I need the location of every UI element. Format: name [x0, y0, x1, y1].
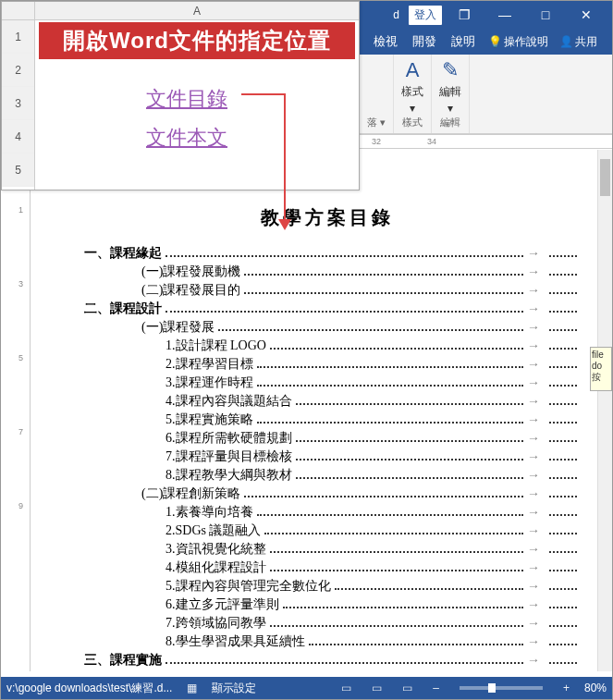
toc-entry[interactable]: 1.設計課程 LOGO→	[77, 338, 577, 354]
toc-entry[interactable]: 1.素養導向培養→	[77, 504, 577, 521]
lightbulb-icon: 💡	[488, 35, 502, 48]
toc-entry[interactable]: 6.課程所需軟硬體規劃→	[77, 430, 577, 447]
toc-leader-dots	[549, 292, 577, 294]
excel-select-all-corner[interactable]	[2, 2, 35, 19]
toc-entry-text: 二、課程設計	[84, 301, 162, 317]
status-file-path: v:\google downloads\test\練習.d...	[6, 681, 172, 696]
table-of-contents: 一、課程緣起→(一)課程發展動機→(二)課程發展目的→二、課程設計→(一)課程發…	[67, 245, 586, 671]
tell-me-button[interactable]: 💡 操作說明	[483, 31, 554, 54]
toc-entry[interactable]: 5.課程實施策略→	[77, 411, 577, 428]
tab-arrow-icon: →	[527, 431, 540, 446]
view-print-layout-icon[interactable]: ▭	[366, 682, 387, 694]
editing-icon: ✎	[442, 58, 459, 82]
annotation-arrow	[241, 93, 286, 95]
toc-leader-dots	[218, 329, 523, 331]
share-button[interactable]: 👤 共用	[554, 31, 603, 54]
toc-entry[interactable]: 4.課程內容與議題結合→	[77, 393, 577, 410]
toc-entry[interactable]: (一)課程發展動機→	[77, 264, 577, 280]
toc-leader-dots	[166, 255, 523, 257]
zoom-level[interactable]: 80%	[584, 682, 607, 694]
zoom-in-button[interactable]: +	[558, 682, 575, 694]
link-document-body[interactable]: 文件本文	[146, 124, 227, 152]
toc-entry[interactable]: 5.課程內容與管理完全數位化→	[77, 578, 577, 595]
toc-entry[interactable]: (二)課程發展目的→	[77, 282, 577, 299]
tab-arrow-icon: →	[527, 597, 540, 612]
toc-entry[interactable]: (二)課程創新策略→	[77, 485, 577, 502]
tab-arrow-icon: →	[527, 449, 540, 464]
tab-arrow-icon: →	[527, 579, 540, 594]
excel-row-header[interactable]: 2	[2, 54, 34, 87]
ribbon-group-styles[interactable]: A 樣式 ▾ 樣式	[394, 55, 432, 133]
toc-entry-text: 5.課程內容與管理完全數位化	[166, 578, 331, 595]
toc-entry[interactable]: 3.資訊視覺化統整→	[77, 541, 577, 558]
toc-leader-dots	[335, 588, 524, 590]
zoom-slider[interactable]	[460, 686, 543, 690]
toc-entry[interactable]: (一)課程概要→	[77, 670, 577, 671]
excel-row-header[interactable]: 5	[2, 154, 34, 187]
excel-row-header[interactable]: 4	[2, 120, 34, 154]
toc-leader-dots	[549, 348, 577, 350]
status-bar: v:\google downloads\test\練習.d... ▦ 顯示設定 …	[1, 677, 612, 699]
document-area[interactable]: 教學方案目錄 一、課程緣起→(一)課程發展動機→(二)課程發展目的→二、課程設計…	[67, 150, 586, 671]
window-restore-icon[interactable]: ❐	[446, 7, 483, 22]
tab-help[interactable]: 說明	[444, 30, 483, 54]
toc-entry[interactable]: 8.課程教學大綱與教材→	[77, 467, 577, 484]
group-editing-caption: 編輯	[439, 116, 461, 129]
toc-leader-dots	[270, 570, 524, 571]
tab-arrow-icon: →	[527, 542, 540, 557]
chevron-down-icon[interactable]: ▾	[380, 117, 386, 128]
toc-leader-dots	[549, 366, 577, 368]
view-read-mode-icon[interactable]: ▭	[336, 682, 357, 694]
toc-entry-text: 4.模組化課程設計	[166, 559, 266, 576]
styles-label: 樣式	[401, 84, 423, 100]
toc-entry[interactable]: 2.課程學習目標→	[77, 356, 577, 373]
vertical-ruler[interactable]: 13579	[12, 150, 31, 671]
document-title: 教學方案目錄	[67, 205, 586, 230]
toc-entry[interactable]: 6.建立多元評量準則→	[77, 596, 577, 613]
tab-arrow-icon: →	[527, 357, 540, 372]
scrollbar-thumb[interactable]	[600, 159, 610, 196]
window-maximize-icon[interactable]: □	[527, 7, 564, 22]
login-button[interactable]: 登入	[409, 6, 442, 25]
toc-entry[interactable]: 3.課程運作時程→	[77, 375, 577, 391]
excel-row-header[interactable]: 1	[2, 20, 34, 54]
excel-row-headers: 12345	[2, 20, 35, 190]
excel-row-header[interactable]: 3	[2, 87, 34, 120]
toc-leader-dots	[549, 329, 577, 331]
toc-entry-text: 7.課程評量與目標檢核	[166, 448, 292, 465]
toc-entry[interactable]: 三、課程實施→	[77, 652, 577, 669]
toc-entry[interactable]: 4.模組化課程設計→	[77, 559, 577, 576]
tab-arrow-icon: →	[527, 468, 540, 483]
toc-entry[interactable]: 二、課程設計→	[77, 301, 577, 317]
display-settings-label[interactable]: 顯示設定	[212, 681, 256, 696]
excel-overlay-panel: A 12345 開啟Word文件的指定位置 文件目錄 文件本文	[1, 1, 360, 190]
tab-arrow-icon: →	[527, 523, 540, 538]
link-document-toc[interactable]: 文件目錄	[146, 85, 227, 113]
toc-leader-dots	[549, 551, 577, 553]
toc-entry[interactable]: 2.SDGs 議題融入→	[77, 522, 577, 539]
ribbon-group-editing[interactable]: ✎ 編輯 ▾ 編輯	[432, 55, 470, 133]
zoom-out-button[interactable]: –	[427, 682, 445, 694]
display-settings-icon[interactable]: ▦	[181, 682, 202, 694]
vertical-scrollbar[interactable]	[597, 150, 612, 671]
toc-entry[interactable]: 7.跨領域協同教學→	[77, 615, 577, 632]
ruler-mark: 32	[367, 137, 386, 146]
toc-leader-dots	[549, 403, 577, 405]
excel-column-A[interactable]: A	[35, 2, 359, 19]
toc-entry[interactable]: 7.課程評量與目標檢核→	[77, 448, 577, 465]
toc-leader-dots	[166, 311, 523, 313]
toc-entry-text: (二)課程發展目的	[141, 282, 240, 299]
ruler-mark: 3	[12, 279, 30, 289]
window-minimize-icon[interactable]: —	[486, 7, 523, 22]
toc-entry[interactable]: 一、課程緣起→	[77, 245, 577, 262]
view-web-layout-icon[interactable]: ▭	[397, 682, 418, 694]
tab-view[interactable]: 檢視	[366, 30, 405, 54]
zoom-slider-thumb[interactable]	[488, 683, 496, 693]
toc-leader-dots	[549, 662, 577, 664]
window-close-icon[interactable]: ✕	[568, 7, 605, 22]
tab-developer[interactable]: 開發	[405, 30, 444, 54]
excel-cell-area[interactable]: 開啟Word文件的指定位置 文件目錄 文件本文	[35, 20, 359, 190]
toc-entry[interactable]: (一)課程發展→	[77, 319, 577, 336]
toc-leader-dots	[283, 607, 524, 608]
toc-entry[interactable]: 8.學生學習成果具延續性→	[77, 633, 577, 650]
